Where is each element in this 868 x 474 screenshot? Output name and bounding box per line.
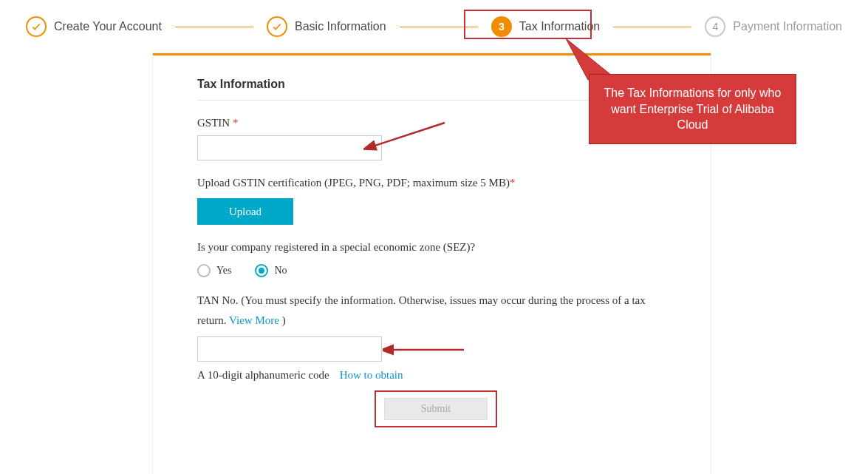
annotation-callout: The Tax Informations for only who want E… <box>589 74 796 144</box>
step-payment-info: 4 Payment Information <box>705 16 842 37</box>
sez-yes-label: Yes <box>216 265 231 277</box>
upload-label-text: Upload GSTIN certification (JPEG, PNG, P… <box>197 177 510 189</box>
tan-helper-text: A 10-digit alphanumeric code <box>197 369 329 382</box>
step-payment-info-label: Payment Information <box>733 20 842 33</box>
gstin-input[interactable] <box>197 135 382 160</box>
sez-yes-option[interactable]: Yes <box>197 264 231 277</box>
tan-label-text-2: ) <box>279 314 286 326</box>
step-connector <box>613 27 691 27</box>
step-tax-info: 3 Tax Information <box>491 16 600 37</box>
tan-helper-row: A 10-digit alphanumeric code How to obta… <box>197 369 666 382</box>
step-create-account-label: Create Your Account <box>54 20 162 33</box>
how-to-obtain-link[interactable]: How to obtain <box>340 369 403 382</box>
required-asterisk: * <box>233 117 239 129</box>
step-basic-info-label: Basic Information <box>295 20 386 33</box>
step-number-icon: 4 <box>705 16 725 37</box>
step-basic-info: Basic Information <box>267 16 386 37</box>
annotation-highlight-box: Submit <box>375 390 497 427</box>
gstin-label-text: GSTIN <box>197 117 233 129</box>
upload-button[interactable]: Upload <box>197 198 293 225</box>
tan-input[interactable] <box>197 336 382 362</box>
radio-icon <box>255 264 268 277</box>
radio-icon <box>197 264 211 277</box>
wizard-stepper: Create Your Account Basic Information 3 … <box>0 0 868 37</box>
submit-button[interactable]: Submit <box>384 398 488 420</box>
callout-text: The Tax Informations for only who want E… <box>604 87 782 131</box>
step-connector <box>400 27 478 27</box>
sez-radio-group: Yes No <box>197 264 666 277</box>
step-connector <box>175 27 253 27</box>
tan-view-more-link[interactable]: View More <box>229 314 279 326</box>
sez-no-label: No <box>274 265 287 277</box>
sez-no-option[interactable]: No <box>255 264 287 277</box>
upload-label: Upload GSTIN certification (JPEG, PNG, P… <box>197 177 666 189</box>
tan-label: TAN No. (You must specify the informatio… <box>197 291 666 331</box>
step-tax-info-label: Tax Information <box>519 20 600 33</box>
step-number-icon: 3 <box>491 16 512 37</box>
checkmark-icon <box>26 16 47 37</box>
checkmark-icon <box>267 16 287 37</box>
step-create-account: Create Your Account <box>26 16 162 37</box>
required-asterisk: * <box>510 177 516 189</box>
sez-question: Is your company registered in a special … <box>197 241 666 254</box>
